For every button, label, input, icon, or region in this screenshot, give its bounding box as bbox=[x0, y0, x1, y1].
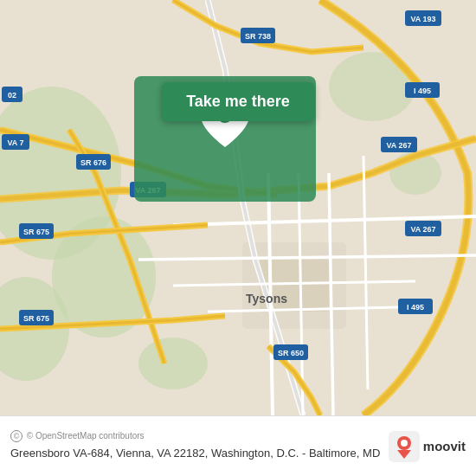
footer-left: © © OpenStreetMap contributors Greensbor… bbox=[10, 430, 382, 461]
address-line: Greensboro VA-684, Vienna, VA 22182, Was… bbox=[10, 446, 382, 461]
svg-text:VA 267: VA 267 bbox=[386, 141, 411, 150]
svg-text:Tysons: Tysons bbox=[246, 292, 287, 306]
svg-point-4 bbox=[138, 338, 208, 389]
footer: © © OpenStreetMap contributors Greensbor… bbox=[0, 415, 476, 476]
svg-text:SR 738: SR 738 bbox=[245, 32, 271, 41]
svg-text:SR 676: SR 676 bbox=[80, 158, 106, 167]
svg-text:02: 02 bbox=[8, 91, 16, 100]
moovit-label: moovit bbox=[423, 439, 466, 453]
svg-text:VA 267: VA 267 bbox=[410, 225, 435, 234]
svg-text:SR 650: SR 650 bbox=[278, 349, 304, 357]
copyright-text: © OpenStreetMap contributors bbox=[27, 431, 145, 441]
svg-text:VA 7: VA 7 bbox=[7, 138, 23, 147]
svg-text:I 495: I 495 bbox=[414, 87, 431, 95]
svg-text:VA 193: VA 193 bbox=[410, 15, 435, 23]
copyright-symbol: © bbox=[10, 430, 23, 442]
moovit-icon bbox=[389, 431, 420, 462]
svg-text:SR 675: SR 675 bbox=[23, 314, 49, 323]
button-overlay: Take me there bbox=[162, 82, 314, 121]
moovit-logo: moovit bbox=[389, 431, 466, 462]
copyright-line: © © OpenStreetMap contributors bbox=[10, 430, 382, 442]
take-me-there-button[interactable]: Take me there bbox=[162, 82, 314, 121]
map-container: VA 7 02 VA 193 SR 738 SR 676 SR 675 SR 6… bbox=[0, 0, 476, 415]
svg-text:SR 675: SR 675 bbox=[23, 228, 49, 236]
svg-point-41 bbox=[401, 440, 408, 447]
svg-text:I 495: I 495 bbox=[407, 303, 424, 312]
